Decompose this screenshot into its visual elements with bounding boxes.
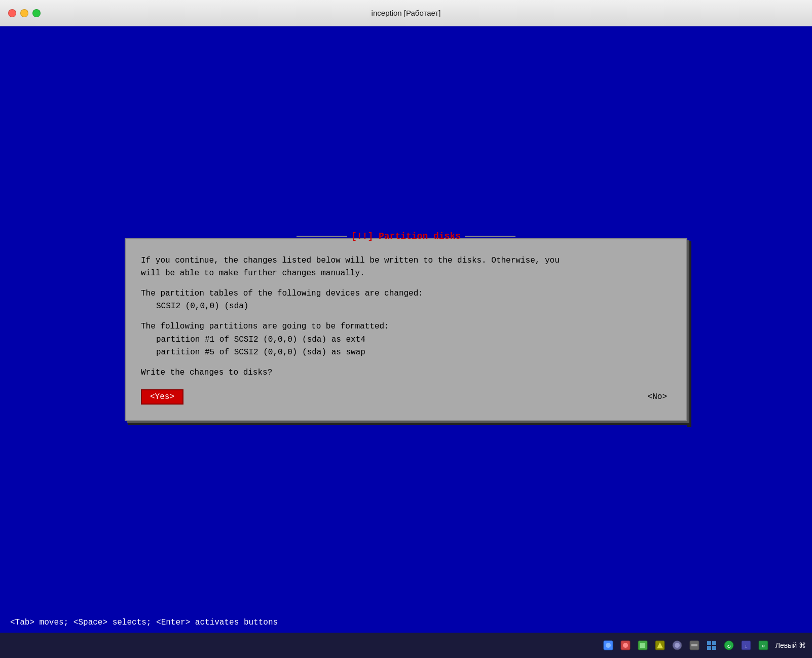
svg-rect-5 [640, 643, 645, 648]
svg-rect-11 [691, 644, 697, 646]
window-title: inception [Работает] [372, 9, 441, 17]
body-line2: will be able to make further changes man… [141, 269, 365, 278]
taskbar-icon-10[interactable]: ⚙ [756, 638, 770, 652]
dialog-shadow-bottom [128, 421, 690, 425]
taskbar-icon-1[interactable] [601, 638, 615, 652]
taskbar-icon-7[interactable] [705, 638, 719, 652]
svg-text:⚙: ⚙ [761, 644, 765, 649]
taskbar: ↻ ↓ ⚙ Левый ⌘ [0, 633, 812, 658]
confirm-section: Write the changes to disks? [141, 367, 671, 380]
taskbar-icon-2[interactable] [618, 638, 633, 652]
title-line-right [465, 236, 515, 237]
minimize-button[interactable] [20, 9, 28, 17]
svg-text:↓: ↓ [745, 644, 748, 649]
svg-point-3 [623, 643, 628, 648]
taskbar-icon-6[interactable] [687, 638, 702, 652]
body-line3: The partition tables of the following de… [141, 289, 423, 298]
svg-rect-14 [707, 646, 711, 650]
body-line1: If you continue, the changes listed belo… [141, 256, 560, 265]
body-line5: The following partitions are going to be… [141, 322, 389, 331]
maximize-button[interactable] [32, 9, 41, 17]
partition-dialog: [!!] Partition disks If you continue, th… [125, 238, 687, 421]
window-controls [8, 9, 41, 17]
svg-point-1 [606, 643, 611, 648]
hint-bar: <Tab> moves; <Space> selects; <Enter> ac… [0, 612, 812, 633]
hint-text: <Tab> moves; <Space> selects; <Enter> ac… [0, 618, 812, 627]
taskbar-icon-5[interactable] [670, 638, 684, 652]
dialog-title-bar: [!!] Partition disks [297, 231, 515, 241]
body-line8: Write the changes to disks? [141, 368, 272, 377]
svg-rect-15 [712, 646, 716, 650]
partitions-section: The following partitions are going to be… [141, 320, 671, 359]
no-button[interactable]: <No> [644, 390, 671, 404]
svg-point-9 [675, 643, 680, 648]
terminal-area: [!!] Partition disks If you continue, th… [0, 26, 812, 633]
taskbar-icon-4[interactable] [653, 638, 667, 652]
taskbar-label: Левый ⌘ [776, 641, 806, 649]
taskbar-icon-8[interactable]: ↻ [722, 638, 736, 652]
dialog-wrapper: [!!] Partition disks If you continue, th… [125, 238, 687, 421]
dialog-title: [!!] Partition disks [351, 231, 461, 241]
close-button[interactable] [8, 9, 16, 17]
body-line4: SCSI2 (0,0,0) (sda) [156, 302, 248, 311]
title-line-left [297, 236, 347, 237]
taskbar-icon-3[interactable] [636, 638, 650, 652]
taskbar-icon-9[interactable]: ↓ [739, 638, 753, 652]
intro-section: If you continue, the changes listed belo… [141, 254, 671, 280]
svg-rect-13 [712, 641, 716, 645]
dialog-body: If you continue, the changes listed belo… [141, 254, 671, 405]
svg-rect-12 [707, 641, 711, 645]
title-bar: inception [Работает] [0, 0, 812, 26]
dialog-shadow-right [687, 241, 691, 427]
body-line6: partition #1 of SCSI2 (0,0,0) (sda) as e… [156, 335, 365, 344]
dialog-buttons: <Yes> <No> [141, 389, 671, 405]
svg-text:↻: ↻ [727, 643, 730, 650]
yes-button[interactable]: <Yes> [141, 389, 183, 405]
body-line7: partition #5 of SCSI2 (0,0,0) (sda) as s… [156, 348, 365, 357]
partition-tables-section: The partition tables of the following de… [141, 287, 671, 313]
